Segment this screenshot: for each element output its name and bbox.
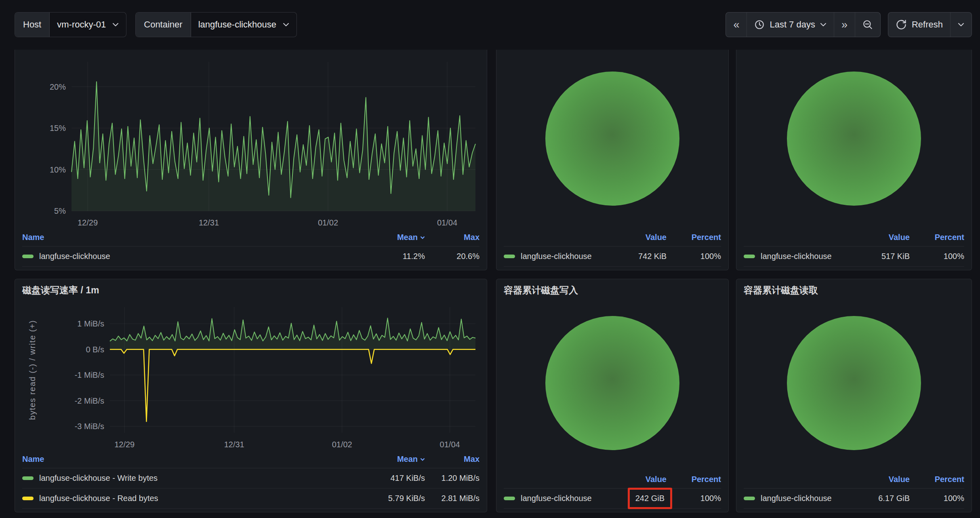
legend-header-value[interactable]: Value xyxy=(602,233,667,242)
cpu-usage-chart[interactable]: 20%15%10%5%12/2912/3101/0201/04 xyxy=(19,50,483,230)
pie-legend: Value Percent langfuse-clickhouse 6.17 G… xyxy=(736,472,972,512)
panel-cpu-usage: 20%15%10%5%12/2912/3101/0201/04 Name Mea… xyxy=(15,50,487,270)
legend-series-toggle[interactable]: langfuse-clickhouse xyxy=(744,494,845,503)
refresh-button[interactable]: Refresh xyxy=(888,13,950,37)
svg-text:12/31: 12/31 xyxy=(224,440,244,449)
legend-row: langfuse-clickhouse - Write bytes 417 Ki… xyxy=(22,468,479,489)
legend-series-toggle[interactable]: langfuse-clickhouse xyxy=(22,252,360,261)
svg-text:15%: 15% xyxy=(50,124,66,133)
disk-io-legend: Name Mean Max langfuse-clickhouse - Writ… xyxy=(15,452,487,512)
container-picker[interactable]: Container langfuse-clickhouse xyxy=(135,12,297,37)
dashboard-toolbar: Host vm-rocky-01 Container langfuse-clic… xyxy=(0,0,980,50)
legend-max-value: 20.6% xyxy=(425,252,479,261)
pie-chart[interactable] xyxy=(545,316,679,450)
refresh-controls: Refresh xyxy=(888,12,972,37)
legend-value: 242 GiB xyxy=(602,494,667,503)
container-picker-value: langfuse-clickhouse xyxy=(198,19,276,30)
svg-text:0 B/s: 0 B/s xyxy=(86,345,104,354)
legend-header-percent[interactable]: Percent xyxy=(667,475,721,484)
series-color-swatch xyxy=(744,497,755,500)
refresh-label: Refresh xyxy=(912,19,943,30)
svg-text:-2 MiB/s: -2 MiB/s xyxy=(75,396,104,405)
time-shift-back-button[interactable]: « xyxy=(726,13,747,37)
refresh-interval-dropdown[interactable] xyxy=(950,13,972,37)
series-color-swatch xyxy=(504,255,515,258)
legend-percent: 100% xyxy=(910,252,964,261)
chevron-down-icon xyxy=(112,23,119,27)
series-color-swatch xyxy=(744,255,755,258)
time-controls: « Last 7 days » xyxy=(726,12,881,37)
double-chevron-right-icon: » xyxy=(841,19,848,30)
legend-header-value[interactable]: Value xyxy=(845,233,910,242)
legend-value: 517 KiB xyxy=(845,252,910,261)
time-shift-forward-button[interactable]: » xyxy=(834,13,855,37)
svg-text:12/29: 12/29 xyxy=(78,218,98,227)
legend-row: langfuse-clickhouse 517 KiB 100% xyxy=(744,246,964,267)
chevron-down-icon xyxy=(820,23,826,27)
legend-header-value[interactable]: Value xyxy=(602,475,667,484)
pie-legend: Value Percent langfuse-clickhouse 742 Ki… xyxy=(496,230,728,270)
legend-header-value[interactable]: Value xyxy=(845,475,910,484)
legend-header-percent[interactable]: Percent xyxy=(910,475,964,484)
sort-caret-icon xyxy=(420,236,425,239)
legend-max-value: 2.81 MiB/s xyxy=(425,494,479,503)
series-color-swatch xyxy=(22,497,34,500)
svg-text:bytes read (-) / write (+): bytes read (-) / write (+) xyxy=(28,320,37,420)
panel-disk-read-total-pie: 容器累计磁盘读取 Value Percent langfuse-clickhou… xyxy=(736,279,972,512)
highlight-box: 242 GiB xyxy=(628,488,672,509)
series-color-swatch xyxy=(22,476,34,480)
pie-chart[interactable] xyxy=(787,316,921,450)
legend-row: langfuse-clickhouse 742 KiB 100% xyxy=(504,246,721,267)
time-range-picker[interactable]: Last 7 days xyxy=(747,13,834,37)
sort-caret-icon xyxy=(420,458,425,461)
panel-title[interactable]: 容器累计磁盘写入 xyxy=(496,279,728,297)
series-color-swatch xyxy=(504,497,515,500)
svg-text:10%: 10% xyxy=(50,165,66,174)
panel-disk-write-total-pie: 容器累计磁盘写入 Value Percent langfuse-clickhou… xyxy=(496,279,729,512)
legend-header-percent[interactable]: Percent xyxy=(667,233,721,242)
double-chevron-left-icon: « xyxy=(733,19,739,30)
legend-header-max[interactable]: Max xyxy=(425,233,479,242)
pie-chart[interactable] xyxy=(545,72,679,206)
panel-disk-read-rate-pie: Value Percent langfuse-clickhouse 517 Ki… xyxy=(736,50,972,270)
legend-series-toggle[interactable]: langfuse-clickhouse - Write bytes xyxy=(22,474,360,483)
legend-row: langfuse-clickhouse 6.17 GiB 100% xyxy=(744,489,964,509)
svg-text:-1 MiB/s: -1 MiB/s xyxy=(75,371,104,379)
legend-mean-value: 11.2% xyxy=(360,252,425,261)
chevron-down-icon xyxy=(958,23,964,27)
cpu-legend: Name Mean Max langfuse-clickhouse 11.2% … xyxy=(15,230,487,270)
panel-disk-write-rate-pie: Value Percent langfuse-clickhouse 742 Ki… xyxy=(496,50,729,270)
pie-legend: Value Percent langfuse-clickhouse 517 Ki… xyxy=(736,230,972,270)
panel-disk-io-rate: 磁盘读写速率 / 1m 1 MiB/s0 B/s-1 MiB/s-2 MiB/s… xyxy=(15,279,487,512)
legend-header-max[interactable]: Max xyxy=(425,455,479,464)
disk-io-chart[interactable]: 1 MiB/s0 B/s-1 MiB/s-2 MiB/s-3 MiB/s12/2… xyxy=(19,297,483,452)
svg-text:-3 MiB/s: -3 MiB/s xyxy=(75,422,104,431)
time-range-label: Last 7 days xyxy=(770,19,815,30)
chevron-down-icon xyxy=(283,23,289,27)
host-picker[interactable]: Host vm-rocky-01 xyxy=(15,12,126,37)
svg-text:1 MiB/s: 1 MiB/s xyxy=(77,319,104,328)
pie-chart[interactable] xyxy=(787,72,921,206)
host-picker-label: Host xyxy=(15,13,50,37)
legend-header-mean[interactable]: Mean xyxy=(360,233,425,242)
legend-header-name[interactable]: Name xyxy=(22,233,360,242)
legend-series-toggle[interactable]: langfuse-clickhouse - Read bytes xyxy=(22,494,360,503)
zoom-out-time-button[interactable] xyxy=(855,13,880,37)
legend-series-toggle[interactable]: langfuse-clickhouse xyxy=(744,252,845,261)
dashboard-grid: 20%15%10%5%12/2912/3101/0201/04 Name Mea… xyxy=(15,50,972,518)
svg-text:5%: 5% xyxy=(54,206,66,215)
panel-title[interactable]: 容器累计磁盘读取 xyxy=(736,279,972,297)
zoom-out-icon xyxy=(862,19,873,30)
legend-row: langfuse-clickhouse - Read bytes 5.79 Ki… xyxy=(22,489,479,509)
svg-text:01/04: 01/04 xyxy=(437,218,457,227)
legend-header-name[interactable]: Name xyxy=(22,455,360,464)
panel-title[interactable]: 磁盘读写速率 / 1m xyxy=(15,279,487,297)
legend-series-toggle[interactable]: langfuse-clickhouse xyxy=(504,252,602,261)
legend-header-percent[interactable]: Percent xyxy=(910,233,964,242)
legend-header-mean[interactable]: Mean xyxy=(360,455,425,464)
clock-icon xyxy=(754,19,765,30)
svg-text:12/31: 12/31 xyxy=(199,218,219,227)
legend-max-value: 1.20 MiB/s xyxy=(425,474,479,483)
container-picker-label: Container xyxy=(136,13,191,37)
legend-series-toggle[interactable]: langfuse-clickhouse xyxy=(504,494,602,503)
